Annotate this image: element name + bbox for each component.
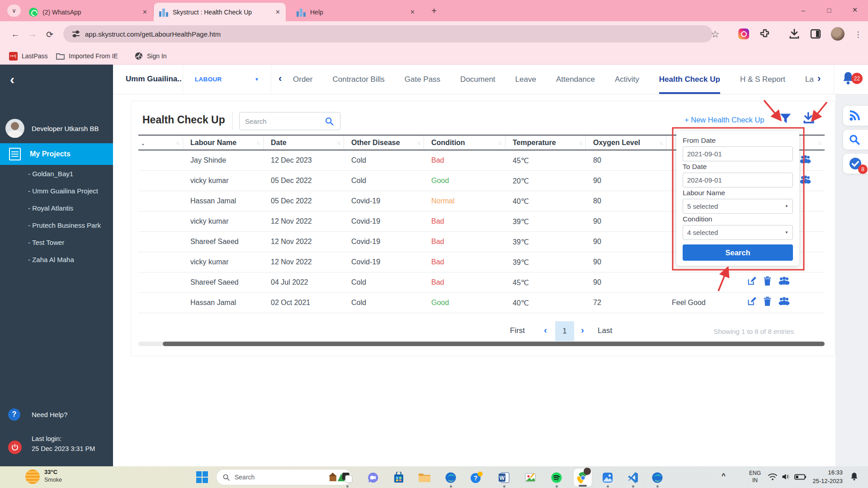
logout-power-icon[interactable]	[8, 441, 22, 454]
nav-tab[interactable]: Contractor Bills	[332, 65, 384, 94]
pagination-next-icon[interactable]: ›	[581, 324, 584, 335]
tab-close-icon[interactable]: ✕	[410, 9, 415, 15]
spotify-icon[interactable]	[547, 469, 566, 487]
search-input[interactable]	[245, 117, 325, 125]
sidebar-project-item[interactable]: - Royal Atlantis	[0, 199, 113, 216]
taskbar-clock[interactable]: 16:33 25-12-2023	[807, 469, 843, 486]
table-header-cell[interactable]: Condition ↑↓	[424, 136, 505, 150]
assign-people-icon[interactable]	[778, 297, 790, 306]
tray-expand-icon[interactable]: ^	[722, 472, 726, 479]
sort-icon[interactable]: ↑↓	[579, 140, 582, 145]
get-help-icon[interactable]: ?	[467, 469, 486, 487]
downloads-icon[interactable]	[788, 28, 800, 40]
nav-tab[interactable]: Order	[293, 65, 312, 94]
quick-search-button[interactable]	[843, 129, 868, 150]
new-tab-button[interactable]: +	[428, 5, 440, 17]
sidebar-project-item[interactable]: - Test Tower	[0, 234, 113, 251]
horizontal-scrollbar-thumb[interactable]	[163, 342, 825, 346]
nav-tab[interactable]: Gate Pass	[405, 65, 440, 94]
weather-temp[interactable]: 33°C	[44, 469, 57, 475]
taskbar-search[interactable]: Search	[216, 469, 352, 485]
to-date-input[interactable]	[683, 173, 793, 188]
nav-tab[interactable]: H & S Report	[740, 65, 785, 94]
back-icon[interactable]: ←	[8, 27, 23, 42]
table-header-cell[interactable]: . ↑↓	[138, 136, 183, 150]
table-header-cell[interactable]: Other Disease ↑↓	[344, 136, 424, 150]
table-row[interactable]: Hassan Jamal 02 Oct 2021 Cold Good 40℃ 7…	[138, 293, 825, 313]
table-header-cell[interactable]: Temperature ↑↓	[505, 136, 586, 150]
export-download-icon[interactable]	[802, 112, 816, 126]
sidebar-project-item[interactable]: - Goldan_Bay1	[0, 165, 113, 182]
assign-people-icon[interactable]	[799, 155, 811, 164]
nav-tab[interactable]: Activity	[615, 65, 639, 94]
pagination-first[interactable]: First	[510, 326, 525, 335]
word-icon[interactable]: W	[495, 469, 513, 487]
edge-icon[interactable]	[442, 469, 460, 487]
site-settings-icon[interactable]	[71, 29, 80, 38]
profile-avatar[interactable]	[831, 27, 844, 41]
edge-icon[interactable]	[648, 469, 666, 487]
windows-start-button[interactable]	[196, 471, 208, 483]
table-search-box[interactable]	[239, 112, 340, 130]
condition-select[interactable]: 4 selected ▼	[683, 225, 793, 240]
sidebar-project-item[interactable]: - Umm Guailina Project	[0, 182, 113, 199]
nav-tab[interactable]: Health Check Up	[659, 65, 720, 94]
from-date-input[interactable]	[683, 146, 793, 161]
todo-button[interactable]: 8	[843, 153, 868, 174]
new-health-checkup-link[interactable]: + New Health Check Up	[684, 116, 764, 124]
sidebar-project-item[interactable]: - Zaha Al Maha	[0, 251, 113, 268]
tab-skystruct[interactable]: Skystruct : Health Check Up ✕	[154, 3, 286, 21]
weather-desc[interactable]: Smoke	[44, 477, 62, 483]
extensions-puzzle-icon[interactable]	[760, 28, 770, 39]
ms-store-icon[interactable]	[390, 469, 408, 487]
notifications-button[interactable]: 22	[834, 65, 868, 94]
reload-icon[interactable]: ⟳	[42, 27, 57, 42]
feed-button[interactable]	[843, 105, 868, 126]
tab-help[interactable]: Help ✕	[291, 3, 420, 21]
bookmark-folder-imported[interactable]: Imported From IE	[56, 51, 118, 61]
task-view-icon[interactable]	[338, 469, 356, 487]
address-bar[interactable]: app.skystruct.com/getLabourHealthPage.ht…	[63, 25, 712, 42]
pagination-page-1[interactable]: 1	[555, 321, 574, 341]
delete-icon[interactable]	[763, 276, 772, 286]
table-header-cell[interactable]: Oxygen Level ↑↓	[586, 136, 666, 150]
sort-icon[interactable]: ↑↓	[256, 140, 259, 145]
nav-tab[interactable]: Document	[460, 65, 495, 94]
pagination-last[interactable]: Last	[598, 326, 612, 335]
sort-icon[interactable]: ↑↓	[337, 140, 340, 145]
instagram-extension-icon[interactable]	[738, 28, 749, 39]
tabs-scroll-left-icon[interactable]: ‹	[278, 73, 282, 84]
labour-name-select[interactable]: 5 selected ▼	[683, 199, 793, 214]
chat-icon[interactable]	[364, 469, 382, 487]
bookmark-star-icon[interactable]: ☆	[708, 27, 722, 42]
current-project-name[interactable]: Umm Guailina..	[126, 75, 182, 84]
window-maximize-button[interactable]: □	[818, 0, 840, 20]
sort-icon[interactable]: ↑↓	[659, 140, 662, 145]
module-dropdown[interactable]: LABOUR ▼	[183, 65, 271, 94]
url-text[interactable]: app.skystruct.com/getLabourHealthPage.ht…	[85, 30, 221, 38]
forward-icon[interactable]: →	[25, 27, 40, 42]
nav-tab[interactable]: Leave	[515, 65, 536, 94]
bookmark-lastpass[interactable]: •••| LastPass	[9, 51, 48, 61]
window-minimize-button[interactable]: –	[792, 0, 815, 20]
window-close-button[interactable]: ✕	[844, 0, 866, 20]
battery-icon[interactable]	[794, 474, 806, 480]
vscode-icon[interactable]	[624, 469, 642, 487]
sidebar-item-my-projects[interactable]: My Projects	[0, 143, 113, 165]
edit-icon[interactable]	[747, 296, 757, 306]
tabs-scroll-right-icon[interactable]: ›	[817, 73, 821, 84]
pagination-prev-icon[interactable]: ‹	[544, 324, 547, 335]
sort-icon[interactable]: ↑↓	[417, 140, 420, 145]
table-header-cell[interactable]: Date ↑↓	[264, 136, 344, 150]
bookmark-signin[interactable]: Sign In	[135, 51, 167, 61]
delete-icon[interactable]	[763, 296, 772, 306]
side-panel-icon[interactable]	[810, 28, 821, 39]
tray-notifications-icon[interactable]	[850, 472, 859, 482]
assign-people-icon[interactable]	[778, 277, 790, 286]
weather-icon[interactable]	[25, 469, 40, 484]
image-viewer-icon[interactable]	[521, 469, 539, 487]
chrome-icon-active[interactable]	[574, 469, 592, 487]
edit-icon[interactable]	[747, 276, 757, 286]
filter-icon[interactable]	[779, 113, 792, 126]
assign-people-icon[interactable]	[799, 175, 811, 184]
